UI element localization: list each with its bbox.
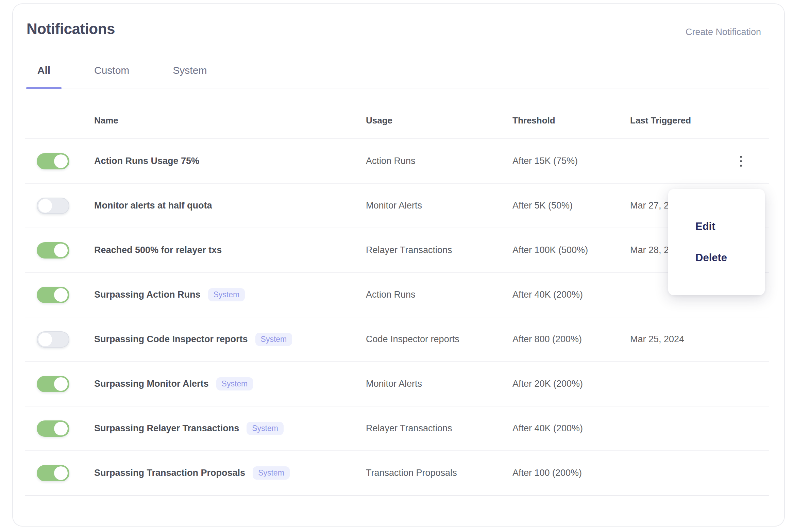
notification-name: Surpassing Relayer Transactions: [94, 423, 239, 434]
usage-cell: Transaction Proposals: [366, 468, 512, 478]
toggle-knob: [54, 377, 68, 391]
usage-cell: Monitor Alerts: [366, 379, 512, 389]
name-cell: Surpassing Code Inspector reports System: [94, 333, 366, 346]
last-triggered-cell: Mar 25, 2024: [630, 334, 727, 345]
notification-name: Surpassing Code Inspector reports: [94, 334, 248, 345]
notification-toggle[interactable]: [37, 153, 69, 169]
toggle-cell: [25, 420, 94, 437]
tab-label: All: [26, 65, 62, 76]
tab-custom[interactable]: Custom: [94, 65, 129, 88]
notification-toggle[interactable]: [37, 242, 69, 259]
toggle-knob: [54, 422, 68, 435]
threshold-cell: After 800 (200%): [512, 334, 630, 345]
toggle-cell: [25, 242, 94, 259]
name-cell: Surpassing Relayer Transactions System: [94, 422, 366, 435]
tab-label: System: [173, 65, 207, 76]
threshold-cell: After 20K (200%): [512, 379, 630, 389]
threshold-cell: After 100 (200%): [512, 468, 630, 478]
threshold-cell: After 40K (200%): [512, 423, 630, 434]
kebab-vertical-icon[interactable]: [733, 151, 748, 171]
toggle-knob: [54, 466, 68, 480]
menu-item-delete[interactable]: Delete: [695, 252, 765, 264]
notification-name: Surpassing Monitor Alerts: [94, 379, 209, 389]
column-header-last-triggered: Last Triggered: [630, 115, 727, 126]
notification-name: Monitor alerts at half quota: [94, 200, 212, 211]
column-header-threshold: Threshold: [512, 115, 630, 126]
usage-cell: Monitor Alerts: [366, 200, 512, 211]
toggle-cell: [25, 331, 94, 348]
notification-toggle[interactable]: [37, 376, 69, 392]
table-row: Surpassing Transaction Proposals System …: [25, 451, 769, 496]
name-cell: Reached 500% for relayer txs: [94, 245, 366, 255]
name-cell: Monitor alerts at half quota: [94, 200, 366, 211]
notification-toggle[interactable]: [37, 420, 69, 437]
notification-toggle[interactable]: [37, 198, 69, 214]
name-cell: Surpassing Monitor Alerts System: [94, 377, 366, 390]
usage-cell: Relayer Transactions: [366, 423, 512, 434]
table-row: Monitor alerts at half quota Monitor Ale…: [25, 184, 769, 228]
toggle-cell: [25, 153, 94, 169]
notification-name: Surpassing Action Runs: [94, 289, 201, 300]
toggle-cell: [25, 465, 94, 481]
row-context-menu: EditDelete: [668, 189, 765, 295]
name-cell: Action Runs Usage 75%: [94, 156, 366, 166]
notifications-table: Name Usage Threshold Last Triggered Acti…: [25, 103, 769, 496]
usage-cell: Action Runs: [366, 156, 512, 166]
usage-cell: Code Inspector reports: [366, 334, 512, 345]
table-row: Surpassing Code Inspector reports System…: [25, 317, 769, 362]
notification-name: Reached 500% for relayer txs: [94, 245, 222, 255]
table-header-row: Name Usage Threshold Last Triggered: [25, 103, 769, 139]
notification-name: Surpassing Transaction Proposals: [94, 468, 245, 478]
notification-toggle[interactable]: [37, 287, 69, 303]
tab-list: AllCustomSystem: [26, 59, 769, 88]
system-badge: System: [216, 377, 253, 390]
threshold-cell: After 40K (200%): [512, 289, 630, 300]
toggle-knob: [38, 199, 52, 213]
notification-toggle[interactable]: [37, 465, 69, 481]
toggle-cell: [25, 198, 94, 214]
threshold-cell: After 15K (75%): [512, 156, 630, 166]
toggle-knob: [38, 333, 52, 346]
actions-cell: [727, 151, 769, 171]
table-row: Action Runs Usage 75% Action Runs After …: [25, 139, 769, 184]
table-row: Reached 500% for relayer txs Relayer Tra…: [25, 228, 769, 273]
page-title: Notifications: [27, 20, 115, 37]
table-row: Surpassing Action Runs System Action Run…: [25, 273, 769, 317]
toggle-cell: [25, 287, 94, 303]
system-badge: System: [255, 333, 292, 346]
name-cell: Surpassing Action Runs System: [94, 288, 366, 301]
toggle-knob: [54, 244, 68, 257]
system-badge: System: [253, 466, 290, 480]
toggle-cell: [25, 376, 94, 392]
system-badge: System: [208, 288, 245, 301]
toggle-knob: [54, 288, 68, 302]
table-row: Surpassing Relayer Transactions System R…: [25, 406, 769, 451]
table-body: Action Runs Usage 75% Action Runs After …: [25, 139, 769, 496]
column-header-name: Name: [94, 115, 366, 126]
threshold-cell: After 5K (50%): [512, 200, 630, 211]
threshold-cell: After 100K (500%): [512, 245, 630, 255]
tab-all[interactable]: All: [26, 65, 62, 88]
toggle-knob: [54, 154, 68, 168]
tab-system[interactable]: System: [173, 65, 207, 88]
menu-item-edit[interactable]: Edit: [695, 220, 765, 233]
usage-cell: Action Runs: [366, 289, 512, 300]
system-badge: System: [247, 422, 284, 435]
tab-label: Custom: [94, 65, 129, 76]
table-row: Surpassing Monitor Alerts System Monitor…: [25, 362, 769, 406]
notification-toggle[interactable]: [37, 331, 69, 348]
column-header-usage: Usage: [366, 115, 512, 126]
name-cell: Surpassing Transaction Proposals System: [94, 466, 366, 480]
usage-cell: Relayer Transactions: [366, 245, 512, 255]
notification-name: Action Runs Usage 75%: [94, 156, 199, 166]
create-notification-button[interactable]: Create Notification: [684, 27, 763, 38]
